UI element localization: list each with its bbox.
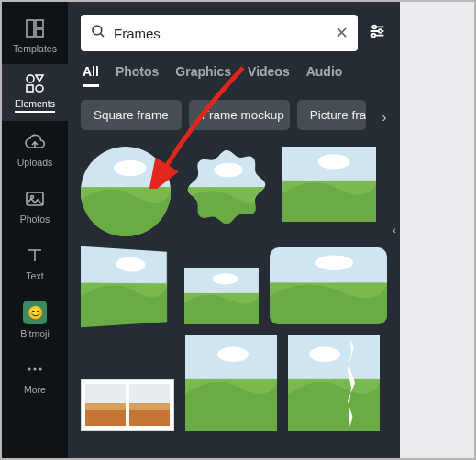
search-input[interactable] <box>114 26 327 41</box>
frame-cracked[interactable] <box>288 335 380 431</box>
rail-photos-label: Photos <box>20 214 50 225</box>
rail-bitmoji-label: Bitmoji <box>20 328 50 339</box>
tab-graphics[interactable]: Graphics <box>175 64 231 87</box>
frame-rect[interactable] <box>282 147 376 222</box>
frame-burst[interactable] <box>182 147 271 236</box>
svg-point-10 <box>39 367 41 370</box>
svg-point-12 <box>372 26 376 29</box>
svg-rect-2 <box>36 29 43 37</box>
pills-next-icon[interactable]: › <box>374 106 394 126</box>
panel-collapse-icon[interactable]: ‹ <box>388 204 401 256</box>
svg-point-3 <box>27 75 34 82</box>
svg-point-9 <box>33 367 36 370</box>
svg-point-38 <box>309 346 340 362</box>
rail-text[interactable]: Text <box>2 235 68 291</box>
svg-point-11 <box>93 26 102 35</box>
tab-all[interactable]: All <box>83 64 99 87</box>
rail-more[interactable]: More <box>2 348 68 405</box>
svg-point-8 <box>28 367 30 370</box>
svg-point-17 <box>114 160 146 177</box>
tab-photos[interactable]: Photos <box>116 64 159 87</box>
frame-tall[interactable] <box>185 335 277 431</box>
svg-point-14 <box>372 34 376 38</box>
svg-point-35 <box>217 346 249 362</box>
templates-icon <box>24 17 46 39</box>
search-icon <box>90 23 106 43</box>
elements-panel: ✕ All Photos Graphics Videos Audio Squar… <box>68 2 400 458</box>
svg-point-13 <box>379 29 382 33</box>
rail-templates-label: Templates <box>13 43 57 54</box>
frame-filmstrip[interactable] <box>81 379 174 431</box>
pill-picture-frame[interactable]: Picture frame <box>297 100 366 130</box>
suggestion-pills: Square frame Frame mockup Picture frame … <box>68 96 400 139</box>
frame-circle[interactable] <box>81 147 171 236</box>
elements-icon <box>24 72 46 94</box>
canvas-area[interactable] <box>400 2 474 458</box>
tab-audio[interactable]: Audio <box>306 64 343 87</box>
frame-skewed[interactable] <box>81 246 167 327</box>
tab-videos[interactable]: Videos <box>248 64 290 87</box>
svg-point-20 <box>214 163 242 178</box>
pill-frame-mockup[interactable]: Frame mockup <box>189 100 290 130</box>
search-box[interactable]: ✕ <box>81 15 358 51</box>
svg-point-29 <box>212 273 238 284</box>
clear-icon[interactable]: ✕ <box>335 23 349 43</box>
more-icon <box>24 358 46 380</box>
rail-photos[interactable]: Photos <box>2 178 68 235</box>
rail-uploads[interactable]: Uploads <box>2 121 68 178</box>
results-grid <box>68 139 400 438</box>
rail-elements-label: Elements <box>15 98 55 113</box>
rail-bitmoji[interactable]: 😊 Bitmoji <box>2 291 68 348</box>
sidebar-rail: Templates Elements Uploads Photos Text <box>2 2 68 458</box>
rail-templates[interactable]: Templates <box>2 7 68 64</box>
filter-icon[interactable] <box>367 21 387 45</box>
frame-small-rect[interactable] <box>184 268 259 324</box>
photo-icon <box>24 188 46 210</box>
rail-more-label: More <box>24 384 46 395</box>
bitmoji-icon: 😊 <box>23 301 47 324</box>
svg-rect-5 <box>36 85 43 92</box>
svg-rect-1 <box>36 20 43 27</box>
frame-rounded[interactable] <box>270 247 387 324</box>
svg-point-32 <box>315 255 353 270</box>
rail-text-label: Text <box>26 270 43 281</box>
svg-rect-0 <box>27 20 34 37</box>
category-tabs: All Photos Graphics Videos Audio <box>68 51 400 96</box>
rail-uploads-label: Uploads <box>17 157 53 168</box>
pill-square-frame[interactable]: Square frame <box>81 100 182 130</box>
rail-elements[interactable]: Elements <box>2 64 68 121</box>
svg-point-23 <box>318 154 350 169</box>
text-icon <box>24 245 46 267</box>
cloud-upload-icon <box>24 131 46 153</box>
svg-rect-4 <box>27 85 33 92</box>
